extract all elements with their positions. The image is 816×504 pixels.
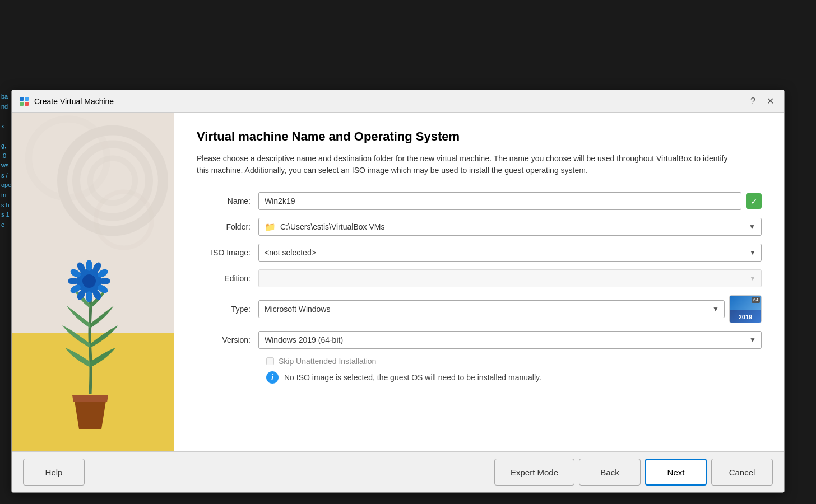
back-button[interactable]: Back [579, 459, 641, 486]
name-input[interactable] [258, 192, 741, 210]
help-button[interactable]: Help [23, 459, 85, 486]
help-button-title[interactable]: ? [747, 95, 759, 108]
svg-rect-0 [20, 97, 24, 101]
folder-control-wrap: 📁 C:\Users\estis\VirtualBox VMs ▼ [258, 218, 762, 236]
iso-row: ISO Image: <not selected> ▼ [197, 244, 762, 262]
svg-point-16 [86, 291, 92, 302]
folder-value: C:\Users\estis\VirtualBox VMs [280, 222, 384, 231]
svg-point-10 [86, 260, 92, 271]
version-select[interactable]: Windows 2019 (64-bit) [258, 331, 762, 349]
folder-icon: 📁 [265, 222, 276, 232]
info-message-row: i No ISO image is selected, the guest OS… [266, 371, 762, 384]
name-control-wrap [258, 192, 741, 210]
type-control-wrap: Microsoft Windows ▼ [258, 300, 725, 318]
iso-label: ISO Image: [197, 248, 258, 257]
os-version-badge: 64 2019 [729, 295, 762, 323]
name-label: Name: [197, 197, 258, 206]
os-badge-64-label: 64 [752, 297, 760, 303]
version-control-wrap: Windows 2019 (64-bit) ▼ [258, 331, 762, 349]
folder-select[interactable]: 📁 C:\Users\estis\VirtualBox VMs ▼ [258, 218, 762, 236]
close-button-title[interactable]: ✕ [763, 95, 777, 108]
expert-mode-button[interactable]: Expert Mode [494, 459, 574, 486]
page-description: Please choose a descriptive name and des… [197, 153, 735, 176]
cancel-button[interactable]: Cancel [711, 459, 773, 486]
svg-point-23 [82, 274, 96, 288]
folder-row: Folder: 📁 C:\Users\estis\VirtualBox VMs … [197, 218, 762, 236]
window-title: Create Virtual Machine [34, 97, 747, 106]
svg-rect-1 [25, 97, 29, 101]
folder-dropdown-arrow: ▼ [749, 223, 755, 231]
skip-unattended-row: Skip Unattended Installation [266, 357, 762, 366]
svg-point-19 [68, 278, 79, 284]
os-badge-year: 2019 [730, 310, 761, 323]
svg-rect-2 [20, 102, 24, 106]
type-select[interactable]: Microsoft Windows [258, 300, 725, 318]
folder-label: Folder: [197, 222, 258, 231]
info-message-text: No ISO image is selected, the guest OS w… [284, 373, 541, 382]
info-icon: i [266, 371, 279, 384]
svg-point-5 [76, 144, 149, 217]
virtualbox-icon [18, 96, 30, 107]
iso-control-wrap: <not selected> ▼ [258, 244, 762, 262]
edition-row: Edition: ▼ [197, 269, 762, 287]
iso-select[interactable]: <not selected> [258, 244, 762, 262]
window-controls: ? ✕ [747, 95, 777, 108]
version-label: Version: [197, 335, 258, 344]
sidebar-illustration [12, 113, 174, 451]
edition-label: Edition: [197, 274, 258, 283]
svg-rect-3 [25, 102, 29, 106]
edition-select[interactable] [258, 269, 762, 287]
name-row: Name: ✓ [197, 192, 762, 210]
dialog-window: Create Virtual Machine ? ✕ [11, 90, 785, 493]
content-area: Virtual machine Name and Operating Syste… [174, 113, 784, 451]
edition-control-wrap: ▼ [258, 269, 762, 287]
type-label: Type: [197, 305, 258, 314]
svg-point-13 [99, 278, 110, 284]
title-bar: Create Virtual Machine ? ✕ [12, 90, 784, 113]
type-row: Type: Microsoft Windows ▼ 64 2019 [197, 295, 762, 323]
skip-unattended-label: Skip Unattended Installation [279, 357, 376, 366]
page-title: Virtual machine Name and Operating Syste… [197, 129, 762, 144]
version-row: Version: Windows 2019 (64-bit) ▼ [197, 331, 762, 349]
next-button[interactable]: Next [645, 459, 707, 486]
name-valid-badge: ✓ [746, 193, 762, 209]
skip-unattended-checkbox[interactable] [266, 357, 274, 365]
button-bar: Help Expert Mode Back Next Cancel [12, 451, 784, 492]
